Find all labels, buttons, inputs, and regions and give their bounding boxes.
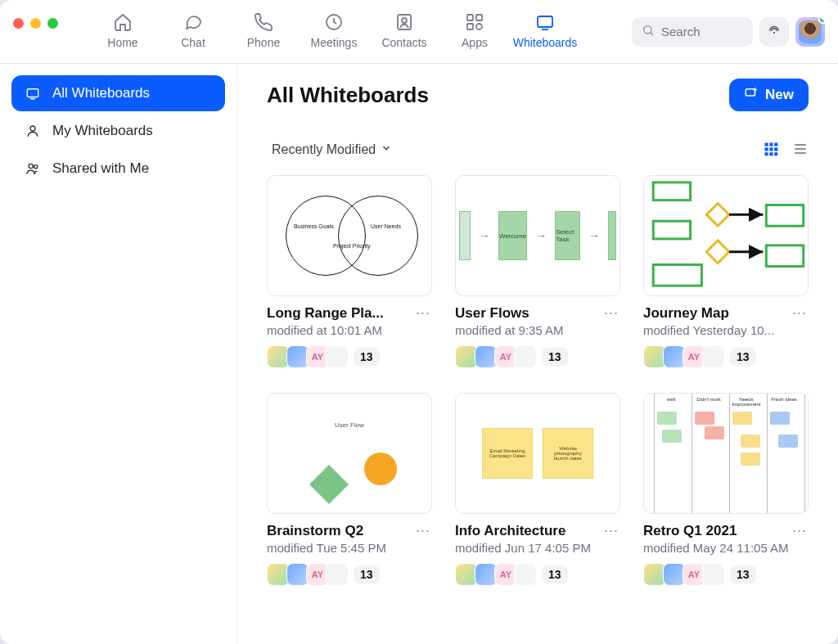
toolbar: Home Chat Phone Meetings Contacts Apps [0,0,838,64]
svg-rect-16 [769,142,773,146]
sidebar-item-my-whiteboards[interactable]: My Whiteboards [11,113,225,149]
host-controls-button[interactable] [759,17,789,47]
collaborators: AY 13 [267,345,432,368]
whiteboard-card[interactable]: → Welcome → Select Task → User Flows ···… [455,175,620,368]
whiteboard-card[interactable]: Business Goals User Needs Project Priori… [267,175,432,368]
sort-dropdown[interactable]: Recently Modified [267,139,397,160]
whiteboard-thumbnail: User Flow [267,393,432,514]
nav-apps[interactable]: Apps [439,0,510,49]
svg-point-2 [402,18,407,23]
svg-rect-4 [476,15,482,20]
card-title: Brainstorm Q2 [267,523,363,539]
nav-whiteboards[interactable]: Whiteboards [510,0,580,49]
contacts-icon [394,11,415,33]
svg-point-11 [30,126,35,131]
nav-phone[interactable]: Phone [228,0,299,49]
app-window: Home Chat Phone Meetings Contacts Apps [0,0,838,644]
whiteboard-thumbnail: well Didn't work Needs Improvement Fresh… [643,393,809,514]
card-modified: modified Yesterday 10... [643,323,809,337]
chat-icon [182,11,204,33]
whiteboard-icon [534,11,556,33]
card-more-button[interactable]: ··· [791,304,809,322]
profile-avatar[interactable] [795,17,825,47]
whiteboard-card[interactable]: User Flow Brainstorm Q2 ··· modified Tue… [267,393,432,586]
card-modified: modified at 10:01 AM [267,323,432,337]
avatar [326,563,349,586]
whiteboard-thumbnail [643,175,809,296]
card-more-button[interactable]: ··· [602,522,620,539]
avatar [514,563,537,586]
collaborators: AY 13 [267,563,432,586]
card-title: Journey Map [643,305,729,322]
svg-point-9 [773,31,775,33]
list-view-button[interactable] [792,141,809,160]
whiteboard-card[interactable]: Journey Map ··· modified Yesterday 10...… [643,175,809,368]
card-more-button[interactable]: ··· [602,304,620,322]
top-nav: Home Chat Phone Meetings Contacts Apps [88,0,580,63]
body: All Whiteboards My Whiteboards Shared wi… [0,64,838,644]
search-input[interactable] [661,25,743,38]
collaborator-count: 13 [354,348,380,366]
sidebar-item-label: My Whiteboards [52,123,153,139]
svg-rect-15 [765,142,768,146]
search-icon [642,24,655,40]
svg-rect-28 [766,245,803,267]
nav-contacts[interactable]: Contacts [369,0,439,49]
close-window-button[interactable] [13,18,24,29]
main-header: All Whiteboards New [267,79,809,111]
card-more-button[interactable]: ··· [791,522,809,539]
nav-home[interactable]: Home [88,0,158,49]
main-content: All Whiteboards New Recently Modified [237,64,838,644]
svg-rect-5 [467,24,473,29]
card-title: Long Range Pla... [267,305,384,322]
collaborators: AY 13 [643,345,809,368]
collaborators: AY 13 [643,563,809,586]
svg-rect-17 [774,142,777,146]
card-modified: modified at 9:35 AM [455,323,620,337]
collaborator-count: 13 [730,565,756,583]
avatar [702,345,725,368]
collaborators: AY 13 [455,345,620,368]
whiteboard-thumbnail: Business Goals User Needs Project Priori… [267,175,432,296]
search-field[interactable] [632,17,753,47]
whiteboard-card[interactable]: Email Marketing Campaign Dates Website p… [455,393,620,586]
svg-rect-24 [653,182,690,200]
fullscreen-window-button[interactable] [47,18,58,29]
home-icon [112,11,133,33]
avatar [514,345,537,368]
avatar [326,345,349,368]
svg-rect-3 [467,15,473,20]
grid-icon [763,147,779,160]
nav-meetings[interactable]: Meetings [299,0,369,49]
grid-view-button[interactable] [763,141,779,160]
phone-icon [253,11,274,33]
whiteboard-card[interactable]: well Didn't work Needs Improvement Fresh… [643,393,809,586]
collaborator-count: 13 [542,348,568,366]
svg-rect-27 [766,205,803,227]
nav-label: Home [107,36,137,49]
new-icon [744,86,759,105]
sidebar-item-label: All Whiteboards [52,85,150,101]
presence-indicator [818,17,825,24]
card-more-button[interactable]: ··· [414,304,432,322]
sidebar-item-shared-with-me[interactable]: Shared with Me [11,151,225,187]
new-whiteboard-button[interactable]: New [729,79,809,111]
nav-chat[interactable]: Chat [158,0,228,49]
svg-rect-19 [769,147,773,151]
nav-label: Phone [247,36,280,49]
svg-marker-29 [706,204,729,227]
card-more-button[interactable]: ··· [414,522,432,539]
card-title: Info Architecture [455,523,565,539]
sort-label: Recently Modified [272,142,376,157]
list-icon [792,147,809,160]
svg-rect-21 [765,152,768,155]
svg-point-6 [476,24,482,29]
controls-row: Recently Modified [267,139,809,160]
sidebar-item-all-whiteboards[interactable]: All Whiteboards [11,75,225,111]
svg-point-12 [29,164,33,168]
nav-label: Apps [462,36,488,49]
svg-rect-25 [653,221,690,239]
whiteboard-grid: Business Goals User Needs Project Priori… [267,175,809,586]
nav-label: Meetings [311,36,358,49]
minimize-window-button[interactable] [30,18,41,29]
